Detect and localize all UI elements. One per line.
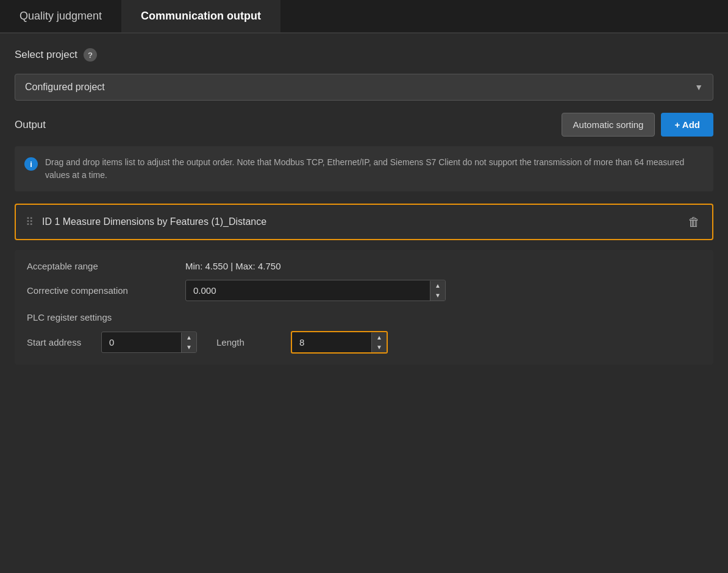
acceptable-range-row: Acceptable range Min: 4.550 | Max: 4.750 [27,261,701,271]
dropdown-arrow-icon: ▼ [694,82,703,92]
delete-icon[interactable]: 🗑 [685,213,702,230]
acceptable-range-value: Min: 4.550 | Max: 4.750 [185,261,280,271]
plc-register-label: PLC register settings [27,312,701,322]
item-left: ⠿ ID 1 Measure Dimensions by Features (1… [26,215,266,229]
drag-handle-icon[interactable]: ⠿ [26,215,34,229]
acceptable-range-label: Acceptable range [27,261,185,271]
start-address-input[interactable] [102,332,181,352]
tab-quality-judgment[interactable]: Quality judgment [0,0,121,32]
length-label: Length [216,337,284,347]
dropdown-container: Configured project ▼ [15,74,713,101]
length-input[interactable] [292,332,371,352]
dropdown-selected-value: Configured project [25,82,105,93]
corrective-compensation-input-wrapper: ▲ ▼ [185,280,446,301]
add-button[interactable]: + Add [661,113,713,137]
length-down[interactable]: ▼ [372,343,387,352]
help-icon[interactable]: ? [84,48,97,62]
length-group: Length ▲ ▼ [216,331,388,354]
app-container: Quality judgment Communication output Se… [0,0,728,573]
corrective-compensation-spinner: ▲ ▼ [430,281,445,301]
item-label: ID 1 Measure Dimensions by Features (1)_… [42,216,266,227]
start-address-group: Start address ▲ ▼ [27,332,197,353]
output-row: Output Automatic sorting + Add [15,113,713,137]
info-box: i Drag and drop items list to adjust the… [15,146,713,191]
length-spinner: ▲ ▼ [371,333,387,352]
select-project-label: Select project [15,49,77,61]
length-input-wrapper: ▲ ▼ [291,331,388,354]
plc-fields-row: Start address ▲ ▼ Length [27,331,701,354]
output-label: Output [15,119,46,131]
start-address-up[interactable]: ▲ [182,333,196,343]
details-panel: Acceptable range Min: 4.550 | Max: 4.750… [15,250,713,365]
output-buttons: Automatic sorting + Add [562,113,713,137]
corrective-compensation-input-row: ▲ ▼ [185,280,446,301]
corrective-compensation-row: Corrective compensation ▲ ▼ [27,280,701,301]
start-address-spinner: ▲ ▼ [181,333,196,352]
corrective-compensation-up[interactable]: ▲ [430,281,445,291]
project-dropdown[interactable]: Configured project ▼ [15,74,713,101]
item-row[interactable]: ⠿ ID 1 Measure Dimensions by Features (1… [15,204,713,240]
auto-sort-button[interactable]: Automatic sorting [562,113,655,137]
select-project-row: Select project ? [15,48,713,62]
info-icon: i [24,157,38,171]
corrective-compensation-input[interactable] [186,280,430,301]
main-content: Select project ? Configured project ▼ Ou… [0,34,728,573]
tab-bar: Quality judgment Communication output [0,0,728,34]
start-address-label: Start address [27,337,94,347]
info-text: Drag and drop items list to adjust the o… [45,156,704,182]
length-up[interactable]: ▲ [372,333,387,343]
start-address-input-wrapper: ▲ ▼ [101,332,197,353]
corrective-compensation-label: Corrective compensation [27,285,185,296]
start-address-down[interactable]: ▼ [182,343,196,352]
corrective-compensation-down[interactable]: ▼ [430,291,445,301]
tab-communication-output[interactable]: Communication output [121,0,280,32]
